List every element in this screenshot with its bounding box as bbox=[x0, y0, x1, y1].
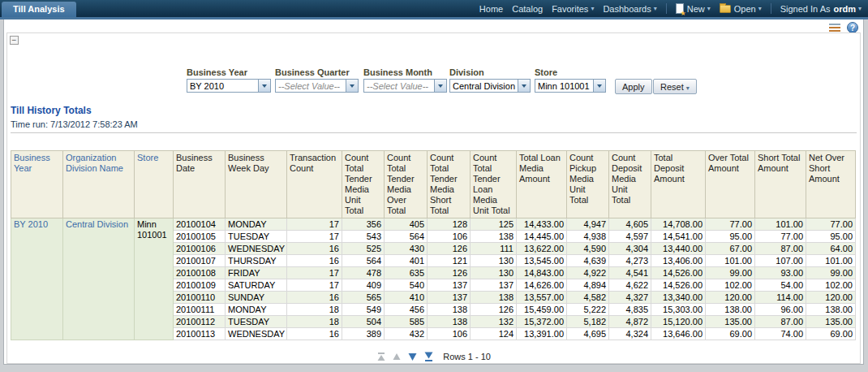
page-options-icon[interactable] bbox=[829, 23, 840, 32]
table-cell: MONDAY bbox=[226, 304, 287, 316]
prompt-label: Division bbox=[449, 67, 531, 78]
column-header-store[interactable]: Store bbox=[135, 151, 174, 218]
chevron-down-icon bbox=[858, 5, 862, 12]
table-cell: 124 bbox=[471, 328, 517, 340]
prompt-label: Business Quarter bbox=[275, 67, 359, 78]
table-cell: 137 bbox=[428, 279, 471, 292]
table-cell: 126 bbox=[428, 267, 471, 279]
table-cell: 504 bbox=[342, 316, 385, 328]
nav-new-label: New bbox=[687, 4, 705, 14]
select-value: --Select Value-- bbox=[367, 81, 432, 91]
table-cell: 4,327 bbox=[609, 292, 651, 304]
prompt-division: Division Central Division bbox=[449, 67, 531, 93]
nav-dashboards[interactable]: Dashboards bbox=[603, 4, 656, 14]
apply-button[interactable]: Apply bbox=[615, 79, 652, 94]
page-next-icon[interactable] bbox=[407, 352, 418, 362]
column-header-count-deposit-media-unit-total: Count Deposit Media Unit Total bbox=[609, 151, 651, 218]
table-cell: 14,526.00 bbox=[651, 267, 706, 279]
table-cell: 4,622 bbox=[609, 279, 651, 292]
table-cell: 15,303.00 bbox=[651, 304, 706, 316]
chevron-down-icon bbox=[707, 5, 711, 12]
column-header-business-year[interactable]: Business Year bbox=[11, 151, 63, 218]
page-content: Business Year BY 2010 Business Quarter -… bbox=[3, 19, 864, 365]
table-cell: 17 bbox=[287, 231, 342, 243]
table-cell: 4,695 bbox=[567, 328, 609, 340]
table-cell: 4,605 bbox=[609, 218, 651, 231]
table-cell: 138 bbox=[428, 304, 471, 316]
collapse-section-icon[interactable] bbox=[10, 36, 19, 45]
dropdown-arrow-icon[interactable] bbox=[518, 80, 530, 92]
table-cell: 114.00 bbox=[755, 292, 806, 304]
division-cell[interactable]: Central Division bbox=[63, 218, 135, 340]
division-select[interactable]: Central Division bbox=[449, 79, 531, 93]
table-cell: 13,557.00 bbox=[517, 292, 567, 304]
table-cell: 13,646.00 bbox=[651, 328, 706, 340]
table-cell: 54.00 bbox=[755, 279, 806, 292]
dropdown-arrow-icon[interactable] bbox=[258, 80, 270, 92]
table-cell: TUESDAY bbox=[226, 231, 287, 243]
chevron-down-icon bbox=[654, 5, 657, 12]
nav-home[interactable]: Home bbox=[479, 4, 503, 14]
select-value: Central Division bbox=[453, 81, 516, 91]
table-cell: 14,708.00 bbox=[651, 218, 706, 231]
column-header-count-total-tender-loan-media-unit-total: Count Total Tender Loan Media Unit Total bbox=[471, 151, 517, 218]
table-cell: 432 bbox=[385, 328, 428, 340]
table-cell: 20100105 bbox=[174, 231, 226, 243]
nav-new-menu[interactable]: New bbox=[676, 3, 711, 14]
table-cell: 16 bbox=[287, 255, 342, 267]
help-icon[interactable] bbox=[847, 22, 858, 33]
table-cell: 20100113 bbox=[174, 328, 226, 340]
column-header-count-pickup-media-unit-total: Count Pickup Media Unit Total bbox=[567, 151, 609, 218]
reset-button[interactable]: Reset bbox=[653, 79, 697, 94]
dropdown-arrow-icon[interactable] bbox=[593, 80, 605, 92]
nav-catalog[interactable]: Catalog bbox=[512, 4, 543, 14]
table-cell: WEDNESDAY bbox=[226, 328, 287, 340]
table-cell: 20100111 bbox=[174, 304, 226, 316]
business-year-cell[interactable]: BY 2010 bbox=[11, 218, 63, 340]
user-menu[interactable]: ordm bbox=[833, 4, 856, 14]
nav-open-menu[interactable]: Open bbox=[720, 4, 762, 14]
table-cell: 585 bbox=[385, 316, 428, 328]
page-last-icon[interactable] bbox=[423, 352, 434, 362]
table-cell: 14,526.00 bbox=[651, 279, 706, 292]
table-cell: 130 bbox=[471, 255, 517, 267]
table-cell: 130 bbox=[471, 267, 517, 279]
store-cell: Minn 101001 bbox=[135, 218, 174, 340]
business-year-select[interactable]: BY 2010 bbox=[187, 79, 271, 93]
table-cell: 95.00 bbox=[706, 231, 755, 243]
table-cell: 74.00 bbox=[755, 328, 806, 340]
top-navigation: Home Catalog Favorites Dashboards New Op… bbox=[479, 0, 862, 17]
page-first-icon bbox=[376, 352, 386, 361]
nav-favorites[interactable]: Favorites bbox=[552, 4, 594, 14]
table-cell: 102.00 bbox=[706, 279, 755, 292]
dropdown-arrow-icon[interactable] bbox=[346, 80, 358, 92]
dashboard-section: Business Year BY 2010 Business Quarter -… bbox=[6, 32, 861, 364]
table-cell: 430 bbox=[385, 243, 428, 255]
table-cell: 4,590 bbox=[567, 243, 609, 255]
store-select[interactable]: Minn 101001 bbox=[535, 79, 606, 93]
table-cell: 4,872 bbox=[609, 316, 651, 328]
table-cell: 564 bbox=[342, 255, 385, 267]
business-month-select[interactable]: --Select Value-- bbox=[363, 79, 447, 93]
table-cell: 401 bbox=[385, 255, 428, 267]
reset-label: Reset bbox=[660, 82, 684, 92]
dropdown-arrow-icon[interactable] bbox=[434, 80, 446, 92]
table-cell: 14,445.00 bbox=[517, 231, 567, 243]
new-document-icon bbox=[676, 3, 684, 14]
table-cell: 4,304 bbox=[609, 243, 651, 255]
column-header-total-deposit-amount: Total Deposit Amount bbox=[651, 151, 706, 218]
table-cell: 95.00 bbox=[806, 231, 856, 243]
table-cell: TUESDAY bbox=[226, 316, 287, 328]
table-cell: 106 bbox=[428, 231, 471, 243]
report-time-run: Time run: 7/13/2012 7:58:23 AM bbox=[11, 119, 138, 129]
column-header-organization-division-name[interactable]: Organization Division Name bbox=[63, 151, 135, 218]
dashboard-tab-till-analysis[interactable]: Till Analysis bbox=[2, 2, 76, 17]
table-cell: 137 bbox=[471, 279, 517, 292]
table-cell: 120.00 bbox=[706, 292, 755, 304]
table-cell: 14,541.00 bbox=[651, 231, 706, 243]
business-quarter-select[interactable]: --Select Value-- bbox=[275, 79, 359, 93]
table-cell: 410 bbox=[385, 292, 428, 304]
table-cell: 99.00 bbox=[806, 267, 856, 279]
open-folder-icon bbox=[720, 5, 731, 13]
column-header-short-total-amount: Short Total Amount bbox=[755, 151, 806, 218]
